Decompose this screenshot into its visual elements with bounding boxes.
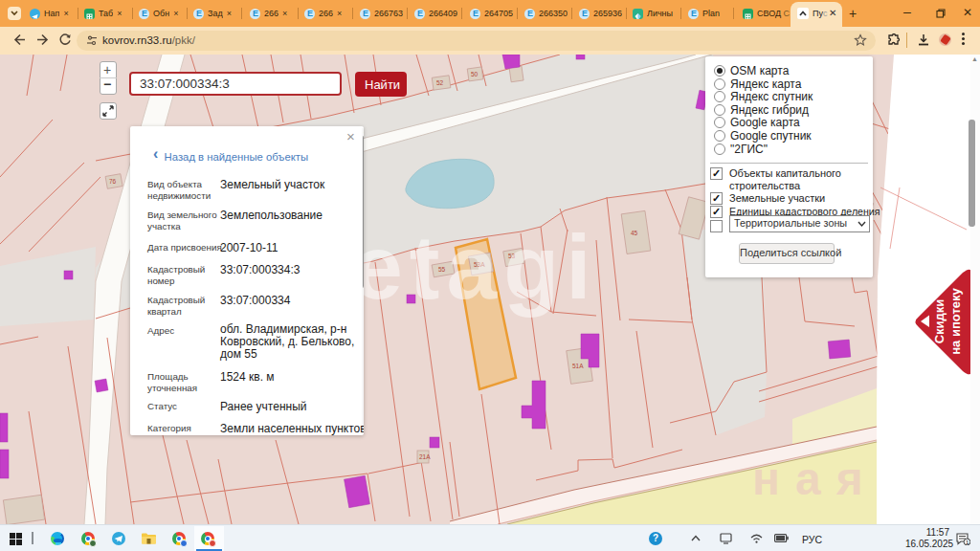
svg-text:etagi: etagi <box>352 216 598 318</box>
svg-text:Скидки: Скидки <box>932 299 947 344</box>
svg-text:50: 50 <box>471 71 479 77</box>
svg-text:51A: 51A <box>572 363 584 369</box>
svg-text:на ипотеку: на ипотеку <box>948 287 963 354</box>
svg-text:52: 52 <box>436 79 444 86</box>
svg-text:76: 76 <box>109 178 117 185</box>
svg-text:ная: ная <box>752 453 879 504</box>
svg-text:21A: 21A <box>419 453 431 460</box>
svg-text:45: 45 <box>631 230 638 236</box>
